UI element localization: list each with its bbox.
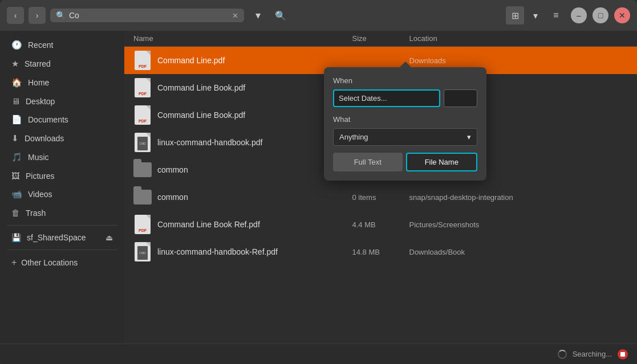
- full-text-button[interactable]: Full Text: [333, 153, 403, 171]
- what-value: Anything: [339, 133, 368, 141]
- dropdown-button[interactable]: ▾: [249, 6, 267, 24]
- search-toggle-button[interactable]: 🔍: [271, 6, 290, 24]
- videos-icon: 📹: [11, 189, 22, 199]
- close-button[interactable]: ✕: [614, 7, 630, 23]
- file-name: Command Line.pdf: [157, 56, 225, 65]
- sidebar-item-recent[interactable]: 🕐 Recent: [2, 36, 122, 54]
- sidebar-label-videos: Videos: [28, 190, 52, 199]
- view-options-button[interactable]: ▾: [526, 6, 545, 24]
- file-icon: CMD: [133, 132, 152, 153]
- sidebar-item-starred[interactable]: ★ Starred: [2, 55, 122, 73]
- back-button[interactable]: ‹: [7, 7, 24, 24]
- file-name: common: [157, 165, 188, 174]
- stop-search-button[interactable]: [618, 349, 628, 359]
- table-row[interactable]: PDF Command Line Book Ref.pdf 4.4 MB Pic…: [124, 211, 637, 238]
- shared-icon: 💾: [11, 233, 21, 242]
- header-bar: ‹ › 🔍 ✕ ▾ 🔍 ⊞ ▾ ≡ – □ ✕: [0, 0, 637, 31]
- file-icon: PDF: [133, 214, 152, 235]
- sidebar-label-music: Music: [28, 153, 49, 162]
- sidebar-item-downloads[interactable]: ⬇ Downloads: [2, 129, 122, 148]
- sidebar-label-shared: sf_SharedSpace: [27, 233, 86, 242]
- clear-search-icon[interactable]: ✕: [232, 11, 238, 20]
- sidebar-divider-2: [7, 250, 117, 250]
- file-size: 4.4 MB: [352, 220, 409, 229]
- column-size: Size: [352, 34, 409, 43]
- sidebar-label-pictures: Pictures: [26, 171, 55, 181]
- trash-icon: 🗑: [11, 208, 20, 218]
- search-input[interactable]: [69, 11, 229, 20]
- file-size: 14.8 MB: [352, 248, 409, 256]
- sidebar-label-desktop: Desktop: [26, 97, 55, 106]
- column-location: Location: [409, 34, 628, 43]
- main-content: 🕐 Recent ★ Starred 🏠 Home 🖥 Desktop 📄 Do…: [0, 31, 637, 343]
- sidebar-item-other-locations[interactable]: + Other Locations: [2, 253, 122, 272]
- music-icon: 🎵: [11, 152, 22, 162]
- downloads-icon: ⬇: [11, 133, 19, 144]
- sidebar-label-trash: Trash: [26, 208, 46, 218]
- what-dropdown[interactable]: Anything ▾: [333, 128, 477, 146]
- date-start-input[interactable]: [333, 89, 440, 107]
- file-name: linux-command-handbook.pdf: [157, 138, 262, 147]
- what-label: What: [333, 115, 477, 124]
- recent-icon: 🕐: [11, 40, 22, 50]
- search-filter-popup: When What Anything ▾ Full Text File Name: [324, 67, 486, 181]
- file-icon: PDF: [133, 50, 152, 71]
- file-table-header: Name Size Location: [124, 31, 637, 47]
- date-row: [333, 89, 477, 107]
- sidebar-item-trash[interactable]: 🗑 Trash: [2, 204, 122, 222]
- forward-button[interactable]: ›: [29, 7, 46, 24]
- sidebar-item-desktop[interactable]: 🖥 Desktop: [2, 92, 122, 110]
- sidebar-divider: [7, 225, 117, 226]
- sidebar-item-music[interactable]: 🎵 Music: [2, 148, 122, 166]
- home-icon: 🏠: [11, 77, 22, 88]
- pictures-icon: 🖼: [11, 171, 20, 181]
- file-location: snap/snapd-desktop-integration: [409, 193, 628, 202]
- file-name-button[interactable]: File Name: [406, 153, 478, 171]
- list-view-button[interactable]: ≡: [547, 6, 565, 24]
- table-row[interactable]: CMD linux-command-handbook-Ref.pdf 14.8 …: [124, 238, 637, 265]
- when-label: When: [333, 76, 477, 85]
- sidebar-label-downloads: Downloads: [25, 134, 64, 143]
- file-location: Pictures/Screenshots: [409, 220, 628, 229]
- sidebar-item-videos[interactable]: 📹 Videos: [2, 185, 122, 203]
- sidebar-label-home: Home: [28, 78, 49, 87]
- plus-icon: +: [11, 257, 17, 268]
- sidebar-item-shared[interactable]: 💾 sf_SharedSpace ⏏: [2, 229, 122, 246]
- search-type-row: Full Text File Name: [333, 153, 477, 171]
- file-location: Downloads: [409, 56, 628, 65]
- file-icon: PDF: [133, 105, 152, 125]
- file-name: common: [157, 193, 188, 202]
- file-icon: [133, 187, 152, 207]
- eject-icon[interactable]: ⏏: [106, 233, 113, 242]
- table-row[interactable]: common 0 items snap/snapd-desktop-integr…: [124, 183, 637, 211]
- column-name: Name: [133, 34, 352, 43]
- sidebar-label-other: Other Locations: [21, 258, 78, 267]
- sidebar: 🕐 Recent ★ Starred 🏠 Home 🖥 Desktop 📄 Do…: [0, 31, 124, 343]
- sidebar-item-pictures[interactable]: 🖼 Pictures: [2, 167, 122, 185]
- file-location: Downloads/Book: [409, 248, 628, 256]
- file-size: 0 items: [352, 193, 409, 202]
- app-window: ‹ › 🔍 ✕ ▾ 🔍 ⊞ ▾ ≡ – □ ✕ 🕐 Recent ★: [0, 0, 637, 364]
- search-icon: 🔍: [56, 11, 66, 20]
- file-area: Name Size Location PDF Command Line.pdf …: [124, 31, 637, 343]
- documents-icon: 📄: [11, 114, 22, 125]
- chevron-down-icon: ▾: [467, 133, 471, 141]
- minimize-button[interactable]: –: [571, 7, 587, 23]
- file-icon: CMD: [133, 242, 152, 262]
- sidebar-item-documents[interactable]: 📄 Documents: [2, 111, 122, 129]
- status-text: Searching...: [573, 350, 612, 358]
- grid-view-button[interactable]: ⊞: [506, 6, 524, 24]
- file-name: Command Line Book.pdf: [157, 111, 245, 120]
- date-end-field: [444, 89, 477, 107]
- sidebar-label-recent: Recent: [28, 40, 53, 50]
- file-name: Command Line Book Ref.pdf: [157, 220, 260, 229]
- view-controls: ⊞ ▾ ≡: [506, 6, 565, 24]
- file-icon: PDF: [133, 77, 152, 98]
- popup-arrow: [400, 62, 411, 67]
- sidebar-item-home[interactable]: 🏠 Home: [2, 73, 122, 92]
- file-icon: [133, 159, 152, 180]
- maximize-button[interactable]: □: [593, 7, 608, 23]
- stop-icon: [620, 352, 625, 357]
- status-bar: Searching...: [0, 343, 637, 364]
- sidebar-label-starred: Starred: [25, 59, 51, 68]
